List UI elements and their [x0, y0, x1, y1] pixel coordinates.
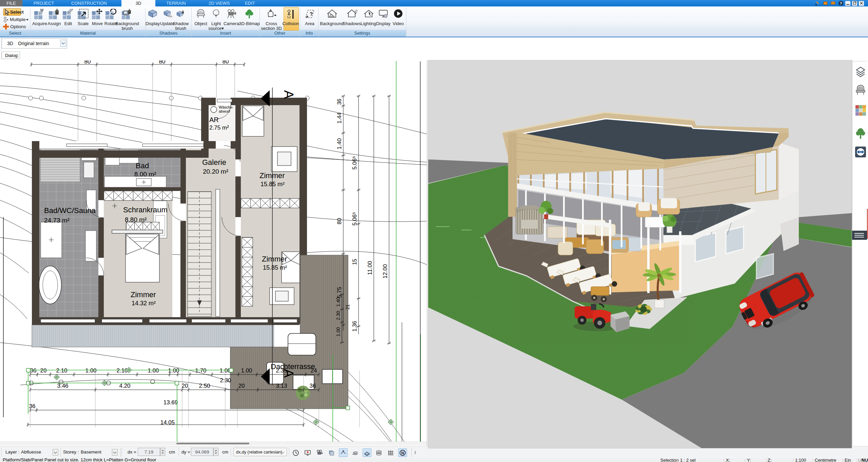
svg-text:2.30: 2.30	[335, 311, 341, 320]
svg-text:80: 80	[223, 60, 229, 65]
svg-text:2.35: 2.35	[276, 367, 287, 374]
svg-text:A: A	[282, 90, 296, 99]
svg-text:20.20 m²: 20.20 m²	[203, 168, 228, 175]
svg-text:N: N	[401, 451, 404, 456]
svg-text:20: 20	[40, 367, 47, 374]
svg-text:?: ?	[840, 1, 842, 5]
svg-text:36: 36	[29, 403, 36, 409]
svg-text:Galerie: Galerie	[202, 158, 226, 167]
svg-text:15.85 m²: 15.85 m²	[263, 264, 287, 271]
svg-text:Schrankraum: Schrankraum	[123, 206, 168, 214]
svg-text:15.85 m²: 15.85 m²	[261, 181, 285, 188]
svg-text:2.10: 2.10	[116, 367, 128, 374]
svg-text:8.80 m²: 8.80 m²	[125, 216, 147, 223]
svg-text:2.30: 2.30	[220, 377, 231, 384]
svg-text:Zimmer: Zimmer	[259, 171, 285, 180]
svg-text:1.40: 1.40	[336, 138, 343, 149]
svg-text:1.00: 1.00	[241, 367, 252, 374]
svg-text:Zimmer: Zimmer	[262, 255, 287, 263]
svg-text:21: 21	[345, 304, 350, 310]
svg-text:1.70: 1.70	[195, 367, 206, 374]
svg-text:Wäsche-: Wäsche-	[219, 105, 234, 109]
svg-text:15: 15	[352, 259, 358, 265]
svg-text:2.10: 2.10	[56, 367, 67, 374]
svg-text:12.00: 12.00	[382, 264, 388, 279]
svg-text:5.06⁵: 5.06⁵	[351, 156, 358, 170]
svg-text:2.50: 2.50	[199, 383, 210, 389]
svg-text:8.00 m²: 8.00 m²	[134, 171, 156, 178]
svg-text:2.75 m²: 2.75 m²	[209, 124, 229, 131]
svg-text:20: 20	[238, 383, 245, 389]
svg-text:3.13: 3.13	[276, 383, 287, 389]
svg-text:Bad/WC/Sauna: Bad/WC/Sauna	[44, 206, 96, 215]
svg-text:36: 36	[336, 99, 342, 105]
svg-text:5.75: 5.75	[336, 287, 343, 298]
svg-text:11.00: 11.00	[367, 261, 373, 275]
svg-text:abwurf: abwurf	[219, 109, 230, 113]
svg-text:1.36: 1.36	[352, 321, 358, 331]
svg-text:14.05: 14.05	[160, 419, 175, 426]
svg-text:1.44: 1.44	[336, 112, 343, 123]
svg-text:80: 80	[84, 60, 91, 65]
svg-text:Bad: Bad	[136, 161, 149, 170]
svg-text:80: 80	[336, 218, 343, 225]
svg-text:1.00: 1.00	[148, 367, 159, 374]
svg-text:36: 36	[310, 383, 316, 389]
svg-text:1.00: 1.00	[168, 367, 179, 374]
svg-text:24.73 m²: 24.73 m²	[44, 217, 70, 224]
svg-text:AR: AR	[209, 116, 219, 123]
svg-text:14.32 m²: 14.32 m²	[132, 300, 156, 307]
svg-text:36: 36	[30, 367, 37, 374]
svg-text:5.06⁵: 5.06⁵	[351, 212, 358, 226]
svg-text:1.40: 1.40	[335, 297, 341, 306]
svg-text:1.00: 1.00	[335, 327, 341, 336]
svg-text:3.46: 3.46	[57, 383, 68, 389]
svg-text:Zimmer: Zimmer	[131, 290, 156, 299]
svg-text:13.69: 13.69	[163, 399, 178, 406]
svg-text:80: 80	[159, 60, 166, 65]
svg-text:4.20: 4.20	[119, 383, 130, 389]
svg-text:20: 20	[182, 383, 188, 389]
svg-text:1.00: 1.00	[85, 367, 96, 374]
svg-text:24: 24	[311, 367, 317, 374]
svg-text:?: ?	[310, 11, 313, 17]
